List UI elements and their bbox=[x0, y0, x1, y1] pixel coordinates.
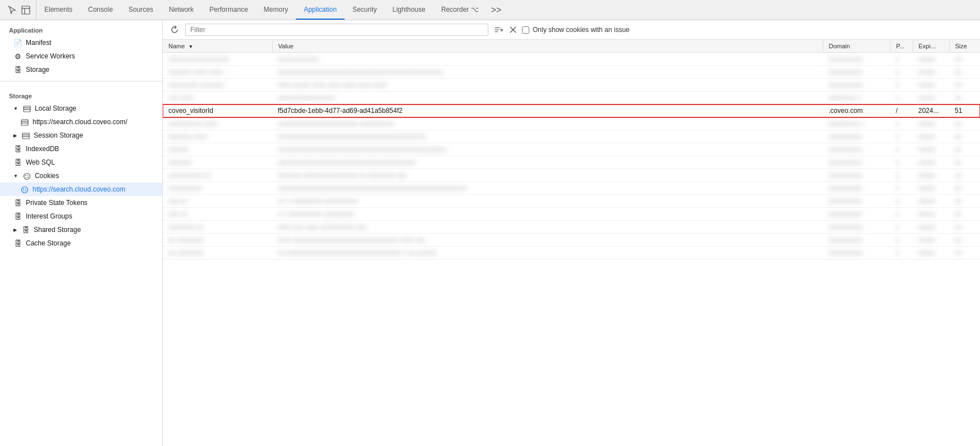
sidebar-item-shared-storage[interactable]: ▶ 🗄 Shared Storage bbox=[0, 223, 162, 236]
shared-storage-triangle: ▶ bbox=[13, 227, 17, 233]
sidebar-item-session-storage[interactable]: ▶ Session Storage bbox=[0, 129, 162, 142]
cookie-name: xxxxxxxxxxxxxxxxxx bbox=[163, 53, 272, 66]
layout-icon[interactable] bbox=[20, 4, 31, 16]
highlighted-cookie-domain: .coveo.com bbox=[823, 104, 890, 117]
sidebar-item-local-storage[interactable]: ▼ Local Storage bbox=[0, 102, 162, 115]
col-header-size[interactable]: Size bbox=[949, 40, 980, 53]
indexeddb-label: IndexedDB bbox=[26, 145, 59, 153]
cookie-domain: xxxxxxxxxx bbox=[823, 195, 890, 208]
svg-point-19 bbox=[23, 188, 24, 189]
tab-application[interactable]: Application bbox=[296, 0, 345, 20]
sidebar-item-service-workers[interactable]: ⚙ Service Workers bbox=[0, 49, 162, 63]
tab-elements[interactable]: Elements bbox=[36, 0, 80, 20]
refresh-button[interactable] bbox=[168, 24, 181, 36]
filter-input[interactable] bbox=[185, 24, 488, 36]
clear-filter-button[interactable] bbox=[493, 24, 504, 35]
cookie-path: x bbox=[890, 221, 913, 234]
table-row[interactable]: xxx xxxx xxxxxxxxxxxxxxxxx xxxxxxxx x x … bbox=[163, 92, 980, 104]
tab-recorder[interactable]: Recorder ⌥ bbox=[433, 0, 487, 20]
cookie-name: xx xxxxxxxx bbox=[163, 234, 272, 247]
cookie-size: xx bbox=[949, 79, 980, 92]
svg-rect-7 bbox=[21, 120, 28, 125]
tab-security[interactable]: Security bbox=[345, 0, 384, 20]
cookie-issue-checkbox[interactable] bbox=[522, 26, 529, 34]
table-row[interactable]: xxxxxx xxxxxxxxxxxxxxxxxxxxxxxxxxxxxxxxx… bbox=[163, 143, 980, 156]
manifest-label: Manifest bbox=[26, 39, 51, 47]
table-row[interactable]: xxxxxxxxxx xxxx xxxxxxxxxxxxxxxxxxxxxxxx… bbox=[163, 117, 980, 130]
cursor-icon[interactable] bbox=[7, 4, 18, 16]
table-row[interactable]: xxxxxxxxxxxxxxxxxx xxxxxxxxxxxx xxxxxxxx… bbox=[163, 53, 980, 66]
sidebar-item-cookies-coveo[interactable]: https://search.cloud.coveo.com bbox=[0, 183, 162, 196]
tab-lighthouse[interactable]: Lighthouse bbox=[384, 0, 433, 20]
session-storage-label: Session Storage bbox=[34, 131, 83, 139]
svg-point-17 bbox=[28, 176, 29, 178]
tab-more-button[interactable]: >> bbox=[487, 0, 506, 20]
cookie-path: x bbox=[890, 195, 913, 208]
table-row[interactable]: xxxxxxxxxx xx xxxxxxx xxxxxxxxxxxxxxxx x… bbox=[163, 169, 980, 182]
shared-storage-label: Shared Storage bbox=[34, 226, 81, 234]
storage-app-label: Storage bbox=[26, 66, 49, 74]
col-header-domain[interactable]: Domain bbox=[823, 40, 890, 53]
cookie-path: x bbox=[890, 130, 913, 143]
cookie-expires: xxxxx bbox=[913, 117, 949, 130]
table-row[interactable]: xxxxxxx xxxx xxxxxxxxxxxxxxxxxxxxxxxxxxx… bbox=[163, 130, 980, 143]
svg-rect-4 bbox=[24, 106, 30, 112]
tab-performance[interactable]: Performance bbox=[202, 0, 256, 20]
cookie-name: xxxxxxx xxxx xxxx bbox=[163, 66, 272, 79]
table-row[interactable]: xxxxxxxxxx xxxxxxxxxxxxxxxxxxxxxxxxxxxxx… bbox=[163, 182, 980, 195]
tab-network[interactable]: Network bbox=[161, 0, 202, 20]
websql-label: Web SQL bbox=[26, 158, 55, 166]
col-header-expires[interactable]: Expi... bbox=[913, 40, 949, 53]
filter-actions: Only show cookies with an issue bbox=[493, 24, 630, 35]
table-row[interactable]: xxx xx x x xxxxxxxxxx xxxxxxxxx xxxxxxxx… bbox=[163, 208, 980, 221]
cookie-value: xxxxxxxxxxxxxxxxx bbox=[272, 92, 823, 104]
tab-memory[interactable]: Memory bbox=[256, 0, 296, 20]
tab-console[interactable]: Console bbox=[80, 0, 121, 20]
table-row[interactable]: xxx xx xx x xxxxxxxxx xxxxxxxxxx xxxxxxx… bbox=[163, 195, 980, 208]
cookie-path: x bbox=[890, 143, 913, 156]
sidebar-item-manifest[interactable]: 📄 Manifest bbox=[0, 36, 162, 49]
sidebar-item-private-state-tokens[interactable]: 🗄 Private State Tokens bbox=[0, 196, 162, 210]
filter-bar: Only show cookies with an issue bbox=[163, 20, 980, 40]
application-section-title: Application bbox=[0, 20, 162, 36]
cookie-name: xxx xx bbox=[163, 208, 272, 221]
sidebar-item-websql[interactable]: 🗄 Web SQL bbox=[0, 156, 162, 169]
sidebar-item-cookies[interactable]: ▼ Cookies bbox=[0, 169, 162, 183]
col-header-value[interactable]: Value bbox=[272, 40, 823, 53]
cookie-size: xx bbox=[949, 247, 980, 260]
private-state-tokens-label: Private State Tokens bbox=[26, 199, 88, 207]
sidebar-item-local-storage-coveo[interactable]: https://search.cloud.coveo.com/ bbox=[0, 115, 162, 129]
close-button[interactable] bbox=[507, 24, 519, 35]
highlighted-cookie-row[interactable]: coveo_visitorId f5d7cbde-1ebb-4d77-ad69-… bbox=[163, 104, 980, 117]
cookie-domain: xxxxxxxxxx bbox=[823, 156, 890, 169]
table-row[interactable]: xxxxxxx xxxx xxxx xxxxxxxxxxxxxxxxxxxxxx… bbox=[163, 66, 980, 79]
sidebar-item-cache-storage[interactable]: 🗄 Cache Storage bbox=[0, 236, 162, 250]
session-storage-icon bbox=[21, 131, 30, 140]
sidebar-item-storage-app[interactable]: 🗄 Storage bbox=[0, 63, 162, 76]
cookie-name: xxxxxx bbox=[163, 143, 272, 156]
table-row[interactable]: xxxxxxx xxxxxxxxxxxxxxxxxxxxxxxxxxxxxxxx… bbox=[163, 156, 980, 169]
col-header-name[interactable]: Name ▼ bbox=[163, 40, 272, 53]
col-header-path[interactable]: P... bbox=[890, 40, 913, 53]
tab-sources[interactable]: Sources bbox=[121, 0, 161, 20]
cookie-name: xxx xxxx bbox=[163, 92, 272, 104]
cookie-expires: xxxxx bbox=[913, 156, 949, 169]
cookies-triangle: ▼ bbox=[13, 174, 18, 179]
table-row[interactable]: xxxxxxxx xx xxxx xxx xxxx xxxxxxxxxx xxx… bbox=[163, 221, 980, 234]
table-row[interactable]: xxxxxxxxx xxxxxxx xxxx xxxxx xxxx xxxx x… bbox=[163, 79, 980, 92]
sidebar-item-indexeddb[interactable]: 🗄 IndexedDB bbox=[0, 142, 162, 156]
service-workers-label: Service Workers bbox=[26, 52, 75, 60]
cookie-value: xxxxxxxxxxxxxxxxxxxxxxxxxxxxxxxxxxxxxxxx… bbox=[272, 182, 823, 195]
cache-storage-label: Cache Storage bbox=[26, 239, 71, 247]
cookie-expires: xxxxx bbox=[913, 208, 949, 221]
cookie-path: x bbox=[890, 79, 913, 92]
cookie-expires: xxxxx bbox=[913, 53, 949, 66]
table-row[interactable]: xx xxxxxxxx xx xxxxxxxxxxxxxxxxxxxxxxxxx… bbox=[163, 247, 980, 260]
cookie-path: x bbox=[890, 66, 913, 79]
cookie-issue-filter-label[interactable]: Only show cookies with an issue bbox=[522, 26, 630, 34]
table-row[interactable]: xx xxxxxxxx xxxx xxxxxxxxxxxxxxxxxxxxxxx… bbox=[163, 234, 980, 247]
sidebar-item-interest-groups[interactable]: 🗄 Interest Groups bbox=[0, 210, 162, 223]
highlighted-cookie-name: coveo_visitorId bbox=[163, 104, 272, 117]
highlighted-cookie-value: f5d7cbde-1ebb-4d77-ad69-ad41a5b854f2 bbox=[272, 104, 823, 117]
sort-arrow: ▼ bbox=[188, 44, 193, 49]
